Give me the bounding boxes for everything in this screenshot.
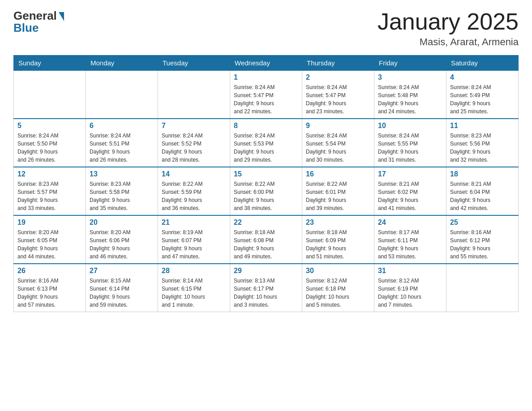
logo-triangle-icon: [59, 12, 64, 21]
calendar-cell: 23Sunrise: 8:18 AM Sunset: 6:09 PM Dayli…: [302, 215, 374, 264]
day-info: Sunrise: 8:13 AM Sunset: 6:17 PM Dayligh…: [234, 277, 298, 309]
day-number: 29: [234, 267, 298, 275]
calendar-cell: 5Sunrise: 8:24 AM Sunset: 5:50 PM Daylig…: [14, 119, 86, 167]
calendar-week-5: 26Sunrise: 8:16 AM Sunset: 6:13 PM Dayli…: [14, 264, 519, 312]
day-number: 9: [306, 122, 370, 130]
day-number: 6: [90, 122, 154, 130]
day-info: Sunrise: 8:16 AM Sunset: 6:12 PM Dayligh…: [450, 228, 515, 261]
day-info: Sunrise: 8:24 AM Sunset: 5:49 PM Dayligh…: [450, 83, 515, 116]
day-number: 19: [17, 218, 82, 227]
day-number: 4: [450, 73, 515, 81]
calendar-subtitle: Masis, Ararat, Armenia: [378, 36, 519, 48]
day-number: 13: [90, 170, 154, 178]
day-info: Sunrise: 8:24 AM Sunset: 5:47 PM Dayligh…: [306, 83, 370, 116]
calendar-week-4: 19Sunrise: 8:20 AM Sunset: 6:05 PM Dayli…: [14, 215, 519, 264]
day-info: Sunrise: 8:15 AM Sunset: 6:14 PM Dayligh…: [90, 277, 154, 309]
calendar-cell: 4Sunrise: 8:24 AM Sunset: 5:49 PM Daylig…: [446, 71, 519, 119]
day-info: Sunrise: 8:14 AM Sunset: 6:15 PM Dayligh…: [162, 277, 226, 309]
calendar-cell: 3Sunrise: 8:24 AM Sunset: 5:48 PM Daylig…: [374, 71, 446, 119]
day-number: 2: [306, 73, 370, 81]
day-number: 21: [162, 218, 226, 227]
calendar-cell: 15Sunrise: 8:22 AM Sunset: 6:00 PM Dayli…: [230, 167, 302, 215]
day-number: 25: [450, 218, 515, 227]
day-number: 16: [306, 170, 370, 178]
calendar-cell: [14, 71, 86, 119]
day-info: Sunrise: 8:23 AM Sunset: 5:57 PM Dayligh…: [17, 180, 82, 212]
calendar-cell: 24Sunrise: 8:17 AM Sunset: 6:11 PM Dayli…: [374, 215, 446, 264]
calendar-cell: [86, 71, 158, 119]
day-number: 11: [450, 122, 515, 130]
column-header-tuesday: Tuesday: [158, 56, 230, 71]
day-info: Sunrise: 8:24 AM Sunset: 5:51 PM Dayligh…: [90, 132, 154, 164]
day-info: Sunrise: 8:19 AM Sunset: 6:07 PM Dayligh…: [162, 228, 226, 261]
title-section: January 2025 Masis, Ararat, Armenia: [378, 9, 519, 48]
calendar-header-row: SundayMondayTuesdayWednesdayThursdayFrid…: [14, 56, 519, 71]
day-info: Sunrise: 8:23 AM Sunset: 5:56 PM Dayligh…: [450, 132, 515, 164]
day-number: 15: [234, 170, 298, 178]
calendar-cell: [446, 264, 519, 312]
calendar-cell: 16Sunrise: 8:22 AM Sunset: 6:01 PM Dayli…: [302, 167, 374, 215]
calendar-cell: 30Sunrise: 8:12 AM Sunset: 6:18 PM Dayli…: [302, 264, 374, 312]
day-number: 12: [17, 170, 82, 178]
calendar-cell: 21Sunrise: 8:19 AM Sunset: 6:07 PM Dayli…: [158, 215, 230, 264]
day-number: 18: [450, 170, 515, 178]
day-number: 22: [234, 218, 298, 227]
day-info: Sunrise: 8:21 AM Sunset: 6:04 PM Dayligh…: [450, 180, 515, 212]
calendar-cell: 9Sunrise: 8:24 AM Sunset: 5:54 PM Daylig…: [302, 119, 374, 167]
calendar-cell: 10Sunrise: 8:24 AM Sunset: 5:55 PM Dayli…: [374, 119, 446, 167]
calendar-cell: 25Sunrise: 8:16 AM Sunset: 6:12 PM Dayli…: [446, 215, 519, 264]
day-number: 17: [378, 170, 442, 178]
calendar-cell: 8Sunrise: 8:24 AM Sunset: 5:53 PM Daylig…: [230, 119, 302, 167]
day-info: Sunrise: 8:17 AM Sunset: 6:11 PM Dayligh…: [378, 228, 442, 261]
calendar-cell: 29Sunrise: 8:13 AM Sunset: 6:17 PM Dayli…: [230, 264, 302, 312]
calendar-cell: 1Sunrise: 8:24 AM Sunset: 5:47 PM Daylig…: [230, 71, 302, 119]
calendar-week-3: 12Sunrise: 8:23 AM Sunset: 5:57 PM Dayli…: [14, 167, 519, 215]
calendar-cell: 20Sunrise: 8:20 AM Sunset: 6:06 PM Dayli…: [86, 215, 158, 264]
calendar-cell: 7Sunrise: 8:24 AM Sunset: 5:52 PM Daylig…: [158, 119, 230, 167]
day-number: 26: [17, 267, 82, 275]
calendar-week-2: 5Sunrise: 8:24 AM Sunset: 5:50 PM Daylig…: [14, 119, 519, 167]
day-info: Sunrise: 8:21 AM Sunset: 6:02 PM Dayligh…: [378, 180, 442, 212]
logo: General Blue: [13, 9, 64, 35]
calendar-cell: 14Sunrise: 8:22 AM Sunset: 5:59 PM Dayli…: [158, 167, 230, 215]
day-info: Sunrise: 8:12 AM Sunset: 6:18 PM Dayligh…: [306, 277, 370, 309]
calendar-title: January 2025: [378, 9, 519, 34]
calendar-table: SundayMondayTuesdayWednesdayThursdayFrid…: [13, 55, 519, 312]
day-info: Sunrise: 8:20 AM Sunset: 6:06 PM Dayligh…: [90, 228, 154, 261]
day-info: Sunrise: 8:22 AM Sunset: 5:59 PM Dayligh…: [162, 180, 226, 212]
day-info: Sunrise: 8:18 AM Sunset: 6:08 PM Dayligh…: [234, 228, 298, 261]
day-info: Sunrise: 8:22 AM Sunset: 6:00 PM Dayligh…: [234, 180, 298, 212]
calendar-cell: 26Sunrise: 8:16 AM Sunset: 6:13 PM Dayli…: [14, 264, 86, 312]
day-info: Sunrise: 8:24 AM Sunset: 5:53 PM Dayligh…: [234, 132, 298, 164]
calendar-week-1: 1Sunrise: 8:24 AM Sunset: 5:47 PM Daylig…: [14, 71, 519, 119]
day-info: Sunrise: 8:20 AM Sunset: 6:05 PM Dayligh…: [17, 228, 82, 261]
day-number: 27: [90, 267, 154, 275]
day-info: Sunrise: 8:23 AM Sunset: 5:58 PM Dayligh…: [90, 180, 154, 212]
calendar-cell: 2Sunrise: 8:24 AM Sunset: 5:47 PM Daylig…: [302, 71, 374, 119]
day-info: Sunrise: 8:24 AM Sunset: 5:47 PM Dayligh…: [234, 83, 298, 116]
logo-blue-text: Blue: [13, 21, 39, 35]
calendar-cell: 13Sunrise: 8:23 AM Sunset: 5:58 PM Dayli…: [86, 167, 158, 215]
day-info: Sunrise: 8:24 AM Sunset: 5:50 PM Dayligh…: [17, 132, 82, 164]
day-info: Sunrise: 8:22 AM Sunset: 6:01 PM Dayligh…: [306, 180, 370, 212]
day-number: 1: [234, 73, 298, 81]
day-info: Sunrise: 8:24 AM Sunset: 5:54 PM Dayligh…: [306, 132, 370, 164]
page-header: General Blue January 2025 Masis, Ararat,…: [13, 9, 519, 48]
day-number: 30: [306, 267, 370, 275]
day-info: Sunrise: 8:24 AM Sunset: 5:48 PM Dayligh…: [378, 83, 442, 116]
calendar-cell: 28Sunrise: 8:14 AM Sunset: 6:15 PM Dayli…: [158, 264, 230, 312]
calendar-cell: 17Sunrise: 8:21 AM Sunset: 6:02 PM Dayli…: [374, 167, 446, 215]
day-number: 31: [378, 267, 442, 275]
day-number: 8: [234, 122, 298, 130]
day-info: Sunrise: 8:24 AM Sunset: 5:55 PM Dayligh…: [378, 132, 442, 164]
calendar-cell: 31Sunrise: 8:12 AM Sunset: 6:19 PM Dayli…: [374, 264, 446, 312]
column-header-sunday: Sunday: [14, 56, 86, 71]
calendar-cell: 11Sunrise: 8:23 AM Sunset: 5:56 PM Dayli…: [446, 119, 519, 167]
column-header-friday: Friday: [374, 56, 446, 71]
column-header-thursday: Thursday: [302, 56, 374, 71]
day-number: 3: [378, 73, 442, 81]
day-number: 5: [17, 122, 82, 130]
day-number: 24: [378, 218, 442, 227]
calendar-cell: 19Sunrise: 8:20 AM Sunset: 6:05 PM Dayli…: [14, 215, 86, 264]
calendar-cell: [158, 71, 230, 119]
